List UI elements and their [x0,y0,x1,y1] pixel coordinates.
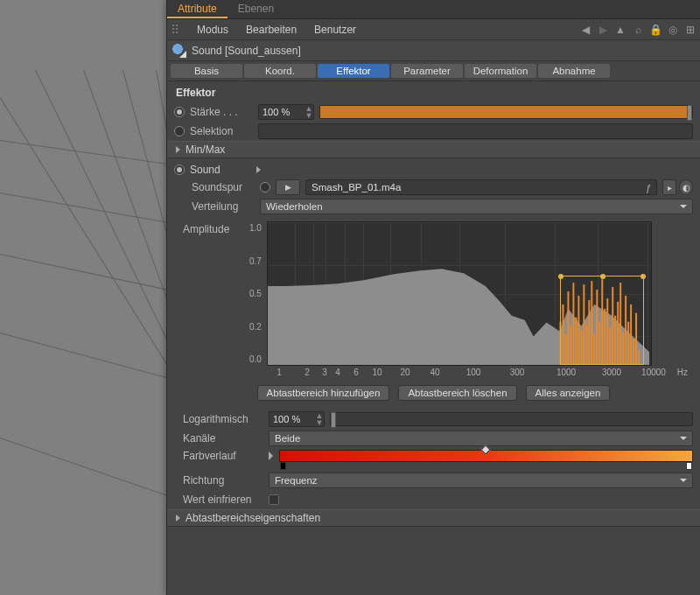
sound-effector-icon [172,44,186,58]
file-options-button[interactable]: ◐ [679,179,693,195]
anim-dot-soundspur[interactable] [260,182,270,192]
search-icon[interactable]: ⌕ [632,24,644,36]
tab-parameter[interactable]: Parameter [391,64,463,78]
target-icon[interactable]: ◎ [667,24,679,36]
kanaele-dropdown[interactable]: Beide [269,430,693,446]
fx-icon: ƒ [646,181,651,195]
grip-icon[interactable]: ⠿ [171,23,183,37]
selektion-label: Selektion [190,125,253,137]
add-range-button[interactable]: Abtastbereich hinzufügen [257,385,390,401]
farbverlauf-label: Farbverlauf [183,450,263,462]
sound-title: Sound [190,164,253,176]
property-tabs: Basis Koord. Effektor Parameter Deformat… [167,61,700,81]
object-header: Sound [Sound_aussen] [167,40,700,61]
wert-einfrieren-label: Wert einfrieren [183,494,263,506]
soundspur-label: Soundspur [192,181,255,193]
panel-menu: ⠿ Modus Bearbeiten Benutzer ◀ ▶ ▲ ⌕ 🔒 ◎ … [167,19,700,40]
hz-label: Hz [677,368,688,377]
amplitude-label: Amplitude [183,221,249,366]
soundspur-filename: Smash_BP_01.m4a [312,182,401,192]
chevron-right-icon[interactable] [269,452,274,460]
logarithmisch-slider[interactable] [330,412,693,426]
menu-bearbeiten[interactable]: Bearbeiten [237,24,305,36]
section-effektor-title: Effektor [167,81,700,102]
plot-x-axis: 1 2 3 4 6 10 20 40 100 300 1000 3000 100… [167,366,700,380]
spinner-icon[interactable]: ▲▼ [304,105,313,119]
logarithmisch-input[interactable]: ▲▼ [269,411,325,427]
tab-koord[interactable]: Koord. [244,64,316,78]
richtung-dropdown[interactable]: Frequenz [269,472,693,488]
attribute-panel: Attribute Ebenen ⠿ Modus Bearbeiten Benu… [166,0,700,595]
menu-benutzer[interactable]: Benutzer [305,24,365,36]
kanaele-label: Kanäle [183,432,263,444]
new-attr-icon[interactable]: ⊞ [684,24,696,36]
menu-modus[interactable]: Modus [188,24,237,36]
verteilung-label: Verteilung [192,200,255,213]
show-all-button[interactable]: Alles anzeigen [526,385,611,401]
nav-back-icon[interactable]: ◀ [579,24,592,36]
staerke-input[interactable]: ▲▼ [258,104,314,120]
selektion-field[interactable] [258,123,693,139]
minmax-label: Min/Max [186,144,225,156]
chevron-right-icon[interactable] [256,166,261,173]
file-browse-button[interactable]: ▸ [662,179,676,195]
tab-ebenen[interactable]: Ebenen [228,0,284,18]
verteilung-dropdown[interactable]: Wiederholen [260,199,693,214]
panel-tabs: Attribute Ebenen [167,0,700,19]
lock-icon[interactable]: 🔒 [649,24,662,36]
delete-range-button[interactable]: Abtastbereich löschen [398,385,516,401]
tab-deformation[interactable]: Deformation [465,64,536,78]
tab-basis[interactable]: Basis [171,64,242,78]
anim-dot-sound[interactable] [174,164,185,175]
wert-einfrieren-checkbox[interactable] [269,494,279,505]
spinner-icon[interactable]: ▲▼ [315,412,324,426]
farbverlauf-gradient[interactable] [279,450,693,462]
play-button[interactable]: ▶ [276,179,300,195]
minmax-group[interactable]: Min/Max [167,141,700,158]
tab-effektor[interactable]: Effektor [318,64,389,78]
abtastbereich-group[interactable]: Abtastbereichseigenschaften [167,509,700,527]
viewport-3d[interactable] [0,0,166,595]
nav-fwd-icon[interactable]: ▶ [597,24,609,36]
amplitude-plot[interactable] [267,221,652,366]
chevron-right-icon [176,514,180,522]
soundspur-file-field[interactable]: Smash_BP_01.m4a ƒ [305,179,657,195]
staerke-label: Stärke . . . [190,106,253,118]
anim-dot-selektion[interactable] [174,126,185,136]
object-name: Sound [Sound_aussen] [192,45,301,57]
staerke-slider[interactable] [319,105,693,119]
tab-attribute[interactable]: Attribute [167,0,228,18]
staerke-value[interactable] [259,107,304,117]
plot-y-axis: 1.0 0.7 0.5 0.2 0.0 [249,221,267,366]
logarithmisch-value[interactable] [270,414,315,424]
tab-abnahme[interactable]: Abnahme [538,64,610,78]
chevron-right-icon [176,146,180,153]
abtastbereich-label: Abtastbereichseigenschaften [186,512,320,524]
logarithmisch-label: Logarithmisch [183,413,263,425]
nav-up-icon[interactable]: ▲ [614,24,626,36]
richtung-label: Richtung [183,474,263,486]
sample-range-box[interactable] [560,276,644,365]
anim-dot-staerke[interactable] [174,107,185,117]
